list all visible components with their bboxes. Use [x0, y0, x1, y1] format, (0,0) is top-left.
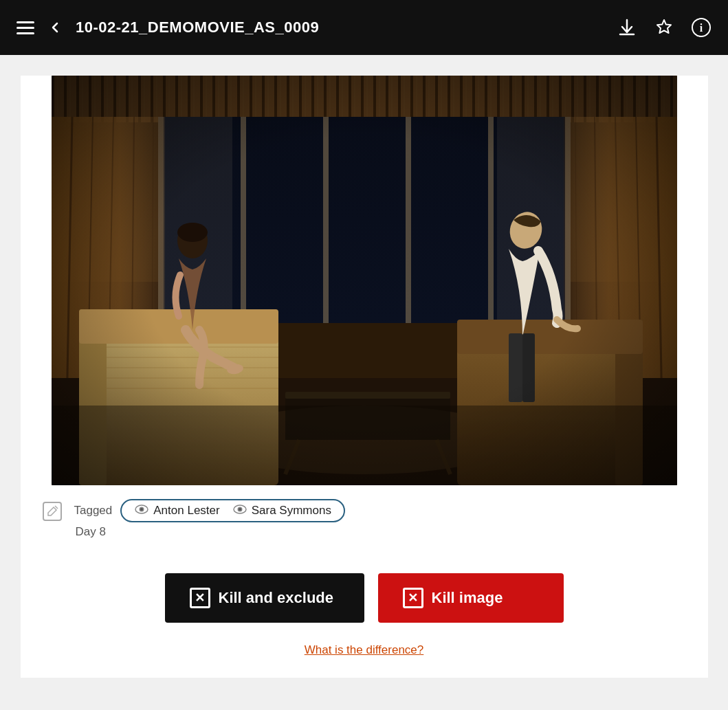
- kill-and-exclude-button[interactable]: ✕ Kill and exclude: [165, 573, 364, 623]
- download-button[interactable]: [617, 17, 637, 38]
- tagged-label: Tagged: [74, 504, 113, 518]
- tag-person-1-name: Anton Lester: [153, 504, 219, 518]
- star-icon: [654, 17, 674, 38]
- main-content: Tagged Anton Lester: [21, 76, 708, 678]
- menu-button[interactable]: [16, 21, 34, 34]
- kill-image-label: Kill image: [432, 589, 503, 607]
- tags-content: Tagged Anton Lester: [74, 499, 687, 539]
- eye-icon-2: [232, 504, 247, 518]
- back-arrow-icon: [47, 19, 63, 36]
- tag-person-2: Sara Symmons: [232, 504, 331, 518]
- kill-image-button[interactable]: ✕ Kill image: [378, 573, 564, 623]
- hamburger-icon: [16, 21, 34, 34]
- buttons-section: ✕ Kill and exclude ✕ Kill image: [21, 553, 708, 636]
- page-title: 10-02-21_DEMOMOVIE_AS_0009: [76, 19, 319, 36]
- tags-section: Tagged Anton Lester: [21, 485, 708, 553]
- app-header: 10-02-21_DEMOMOVIE_AS_0009 i: [0, 0, 728, 55]
- kill-image-icon: ✕: [403, 588, 423, 608]
- info-icon: i: [691, 17, 712, 38]
- day-label: Day 8: [74, 525, 687, 539]
- difference-link[interactable]: What is the difference?: [305, 643, 424, 657]
- movie-image: [52, 76, 677, 485]
- tags-oval: Anton Lester Sara Symmons: [120, 499, 345, 522]
- difference-section: What is the difference?: [21, 636, 708, 678]
- svg-rect-57: [52, 76, 677, 485]
- image-container: [52, 76, 677, 485]
- edit-icon[interactable]: [41, 500, 63, 522]
- tag-person-1: Anton Lester: [134, 504, 219, 518]
- svg-point-64: [239, 508, 241, 511]
- star-button[interactable]: [654, 17, 674, 38]
- kill-exclude-label: Kill and exclude: [219, 589, 334, 607]
- svg-rect-58: [43, 502, 61, 520]
- back-button[interactable]: [47, 19, 63, 36]
- scene-svg: [52, 76, 677, 485]
- edit-icon-wrap: [41, 500, 63, 525]
- kill-exclude-icon: ✕: [190, 588, 210, 608]
- info-button[interactable]: i: [691, 17, 712, 38]
- eye-icon-1: [134, 504, 149, 518]
- svg-text:i: i: [700, 22, 703, 34]
- tag-person-2-name: Sara Symmons: [252, 504, 331, 518]
- download-icon: [617, 17, 637, 38]
- svg-point-61: [140, 508, 143, 511]
- tags-row: Tagged Anton Lester: [74, 499, 687, 522]
